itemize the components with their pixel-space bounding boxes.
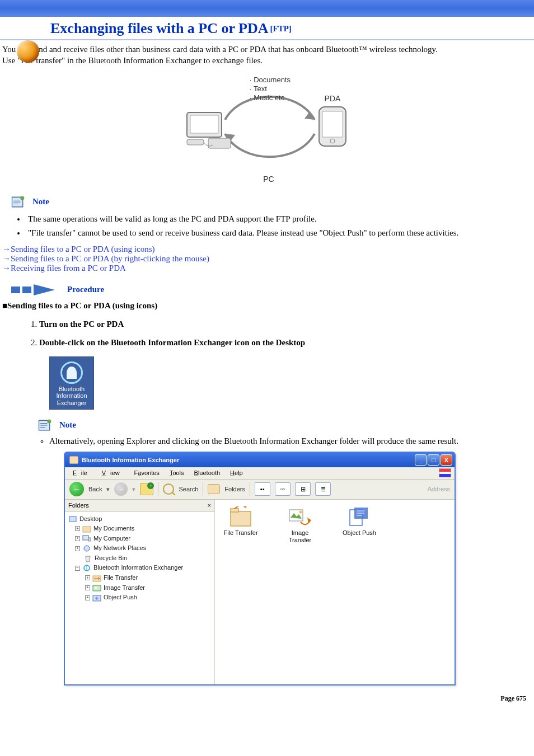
intro-line-1: You can send and receive files other tha… <box>2 45 438 54</box>
svg-rect-17 <box>88 538 91 541</box>
view-thumbnails-button[interactable]: ▪▪ <box>255 482 270 496</box>
menu-bar: File View Favorites Tools Bluetooth Help <box>65 467 455 480</box>
tree-my-documents[interactable]: + My Documents <box>68 524 211 534</box>
diagram-pc-label: PC <box>263 175 274 184</box>
item-image-transfer[interactable]: Image Transfer <box>280 506 320 544</box>
svg-point-29 <box>299 510 302 513</box>
menu-file[interactable]: File <box>68 468 96 477</box>
view-icons-button[interactable]: ⊞ <box>295 482 311 496</box>
menu-bluetooth[interactable]: Bluetooth <box>190 468 225 477</box>
note-heading: Note <box>10 194 534 210</box>
page-number: Page 675 <box>0 690 534 706</box>
diagram-bullet-2: · Text <box>250 84 267 93</box>
note-label: Note <box>32 197 49 206</box>
diagram-bullet-3: · Music etc <box>250 93 285 102</box>
svg-point-18 <box>84 546 90 551</box>
svg-rect-14 <box>69 516 76 522</box>
svg-rect-3 <box>322 111 343 137</box>
svg-point-9 <box>20 196 24 200</box>
address-label: Address <box>428 486 450 492</box>
procedure-label: Procedure <box>67 285 104 294</box>
page-topic-icon <box>17 40 39 63</box>
explorer-window: Bluetooth Information Exchanger _ □ X Fi… <box>64 452 456 685</box>
forward-button[interactable]: → <box>114 482 128 496</box>
search-label: Search <box>179 486 198 492</box>
note-item-2: "File transfer" cannot be used to send o… <box>26 228 534 238</box>
link-sending-rightclick[interactable]: Sending files to a PC or PDA (by right-c… <box>11 254 209 263</box>
svg-rect-11 <box>22 287 31 293</box>
windows-flag-icon <box>439 468 451 477</box>
svg-rect-10 <box>11 287 20 293</box>
note-icon <box>10 194 26 210</box>
title-row: Exchanging files with a PC or PDA [FTP] <box>0 18 534 40</box>
note2-item: Alternatively, opening Explorer and clic… <box>49 436 534 446</box>
menu-help[interactable]: Help <box>226 468 247 477</box>
note2-heading: Note <box>37 417 534 433</box>
tree-file-transfer[interactable]: + File Transfer <box>68 573 211 583</box>
step-1: Turn on the PC or PDA <box>39 320 534 329</box>
tree-my-network-places[interactable]: + My Network Places <box>68 543 211 553</box>
page-title: Exchanging files with a PC or PDA <box>50 20 269 37</box>
object-push-icon <box>348 506 371 528</box>
step-2: Double-click on the Bluetooth Informatio… <box>39 338 534 348</box>
svg-rect-6 <box>190 115 218 133</box>
svg-point-23 <box>95 587 97 589</box>
bluetooth-information-exchanger-icon: BluetoothInformationExchanger <box>49 356 94 410</box>
intro-text: You can send and receive files other tha… <box>0 44 534 67</box>
image-transfer-icon <box>288 506 312 528</box>
tree-recycle-bin[interactable]: Recycle Bin <box>68 553 211 564</box>
search-button[interactable] <box>163 483 174 495</box>
svg-marker-12 <box>34 284 55 295</box>
tree-desktop[interactable]: Desktop <box>68 514 211 524</box>
tree-image-transfer[interactable]: + Image Transfer <box>68 583 211 593</box>
back-label: Back <box>88 486 102 492</box>
window-maximize-button[interactable]: □ <box>428 454 439 466</box>
page-title-tag: [FTP] <box>270 24 292 34</box>
link-receiving[interactable]: Receiving files from a PC or PDA <box>11 264 126 273</box>
menu-favorites[interactable]: Favorites <box>130 468 164 477</box>
pc-pda-transfer-diagram: PDA · Documents · Text · Music etc PC <box>180 72 354 184</box>
note-icon <box>37 417 53 433</box>
window-title: Bluetooth Information Exchanger <box>82 457 179 463</box>
item-object-push[interactable]: Object Push <box>339 506 380 544</box>
svg-rect-15 <box>83 527 91 532</box>
window-icon <box>69 456 78 464</box>
link-sending-icons[interactable]: Sending files to a PC or PDA (using icon… <box>11 245 155 253</box>
folders-button[interactable] <box>208 484 220 494</box>
folders-pane-close[interactable]: × <box>208 502 211 509</box>
window-titlebar: Bluetooth Information Exchanger _ □ X <box>65 453 455 467</box>
note-item-1: The same operations will be valid as lon… <box>26 214 534 224</box>
folders-pane: Folders × Desktop + My Documents + My Co… <box>65 500 215 684</box>
note2-list: Alternatively, opening Explorer and clic… <box>49 436 534 446</box>
tree-bix[interactable]: − Bluetooth Information Exchanger <box>68 563 211 573</box>
intro-line-2: Use "File transfer" in the Bluetooth Inf… <box>2 56 263 65</box>
header-gradient-bar <box>0 0 534 17</box>
view-list-button[interactable]: ≣ <box>315 482 331 496</box>
svg-rect-25 <box>231 511 251 526</box>
note-list: The same operations will be valid as lon… <box>26 214 534 238</box>
menu-tools[interactable]: Tools <box>165 468 189 477</box>
tree-my-computer[interactable]: + My Computer <box>68 534 211 544</box>
back-button[interactable]: ← <box>69 482 84 496</box>
diagram-bullet-1: · Documents <box>250 76 291 84</box>
note2-label: Note <box>59 420 76 430</box>
procedure-heading: Procedure <box>10 282 534 298</box>
item-file-transfer[interactable]: File Transfer <box>221 506 261 544</box>
tree-object-push[interactable]: + Object Push <box>68 593 211 603</box>
folders-label: Folders <box>224 486 245 492</box>
folders-header: Folders <box>68 502 89 509</box>
content-pane: File Transfer Image Transfer <box>215 500 455 684</box>
view-tiles-button[interactable]: ▫▫ <box>275 482 291 496</box>
procedure-steps: Turn on the PC or PDA Double-click on th… <box>39 320 534 348</box>
window-minimize-button[interactable]: _ <box>415 454 427 466</box>
diagram-pda-label: PDA <box>325 94 341 103</box>
menu-view[interactable]: View <box>97 468 129 477</box>
file-transfer-icon <box>229 506 252 528</box>
internal-links: →Sending files to a PC or PDA (using ico… <box>2 245 534 273</box>
svg-point-13 <box>47 419 51 423</box>
window-close-button[interactable]: X <box>441 454 452 466</box>
up-button[interactable] <box>140 483 153 495</box>
svg-marker-30 <box>307 518 311 523</box>
section-heading: ■Sending files to a PC or PDA (using ico… <box>2 301 534 311</box>
svg-rect-7 <box>208 138 231 148</box>
